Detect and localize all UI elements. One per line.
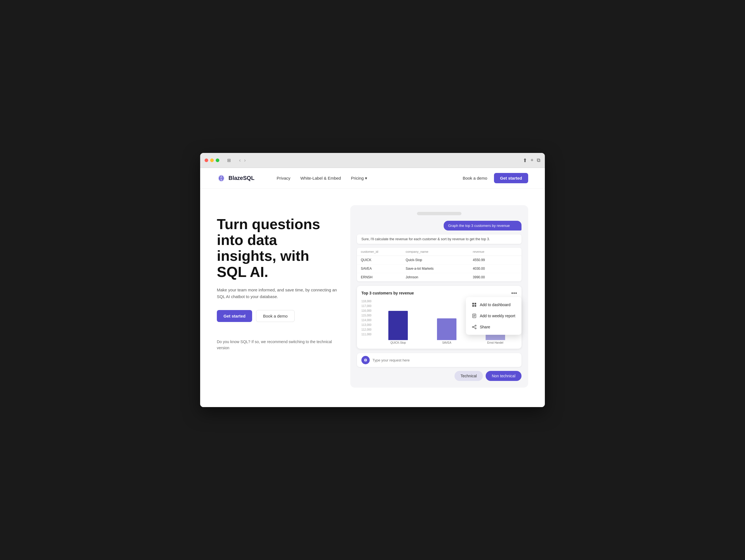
hero-sql-note: Do you know SQL? If so, we recommend swi…: [217, 339, 339, 351]
forward-button[interactable]: ›: [243, 157, 247, 164]
dropdown-item-share[interactable]: Share: [468, 321, 519, 333]
table-row: QUICK Quick-Stop 4550.99: [357, 256, 521, 265]
cell-company-3: Johnson: [406, 275, 473, 279]
cell-customer-id-1: QUICK: [361, 258, 406, 262]
page-content: BlazeSQL Privacy White-Label & Embed Pri…: [200, 168, 545, 407]
browser-controls: ⊞: [225, 157, 232, 163]
chat-message-ai: Sure, I'll calculate the revenue for eac…: [357, 235, 521, 244]
col-header-customer-id: customer_id: [361, 250, 406, 253]
logo-icon: [217, 174, 226, 183]
logo-text: BlazeSQL: [228, 175, 254, 181]
y-label-0: 118,000: [361, 300, 371, 303]
chat-container: Graph the top 3 customers by revenue Sur…: [350, 205, 528, 387]
book-demo-hero-button[interactable]: Book a demo: [256, 310, 294, 322]
nav-links: Privacy White-Label & Embed Pricing ▾: [277, 176, 367, 181]
svg-rect-1: [475, 303, 476, 305]
chat-header-bar: [417, 212, 461, 215]
svg-point-6: [472, 326, 474, 328]
chat-message-user: Graph the top 3 customers by revenue: [444, 221, 521, 230]
chart-bar-savea: [437, 318, 456, 340]
hero-title: Turn questions into data insights, with …: [217, 216, 339, 280]
dropdown-menu: Add to dashboard Add to weekly report: [466, 297, 521, 335]
report-icon: [472, 313, 477, 319]
cell-revenue-2: 4030.00: [473, 267, 518, 271]
browser-titlebar: ⊞ ‹ › ⬆ + ⧉: [200, 153, 545, 168]
cell-customer-id-2: SAVEA: [361, 267, 406, 271]
chat-logo-button[interactable]: [361, 356, 370, 364]
hero-subtitle: Make your team more informed, and save t…: [217, 287, 339, 300]
dropdown-item-dashboard[interactable]: Add to dashboard: [468, 299, 519, 310]
svg-rect-0: [472, 303, 474, 305]
y-label-7: 111,000: [361, 333, 371, 336]
table-row: ERNSH Johnson 3990.00: [357, 273, 521, 281]
mode-buttons: Technical Non technical: [357, 371, 521, 381]
chat-input[interactable]: [372, 358, 517, 362]
col-header-revenue: revenue: [473, 250, 518, 253]
nav-arrows: ‹ ›: [238, 157, 247, 164]
get-started-nav-button[interactable]: Get started: [494, 173, 528, 183]
dropdown-label-share: Share: [480, 325, 490, 329]
hero-buttons: Get started Book a demo: [217, 310, 339, 322]
chart-section: Top 3 customers by revenue ••• 118,000 1…: [357, 286, 521, 349]
traffic-light-yellow[interactable]: [210, 158, 214, 162]
nav-link-whitelabel[interactable]: White-Label & Embed: [300, 176, 341, 181]
chat-input-area: [357, 353, 521, 367]
nav-link-pricing[interactable]: Pricing ▾: [351, 176, 367, 181]
cell-revenue-3: 3990.00: [473, 275, 518, 279]
nav-ctas: Book a demo Get started: [462, 173, 528, 183]
cell-customer-id-3: ERNSH: [361, 275, 406, 279]
chart-bar-group-1: QUICK-Stop: [377, 311, 420, 344]
svg-point-5: [475, 325, 476, 326]
y-label-5: 113,000: [361, 323, 371, 326]
dashboard-icon: [472, 302, 477, 308]
share-icon: [472, 324, 477, 330]
back-button[interactable]: ‹: [238, 157, 242, 164]
chart-header: Top 3 customers by revenue •••: [361, 290, 517, 296]
new-tab-button[interactable]: +: [530, 157, 533, 163]
cell-revenue-1: 4550.99: [473, 258, 518, 262]
chart-bar-label-ernst: Ernst Handel: [487, 341, 504, 344]
dropdown-label-dashboard: Add to dashboard: [480, 303, 511, 307]
sidebar-toggle-button[interactable]: ⊞: [225, 157, 232, 163]
technical-mode-button[interactable]: Technical: [454, 371, 483, 381]
traffic-light-green[interactable]: [216, 158, 219, 162]
y-label-3: 115,000: [361, 314, 371, 317]
share-browser-button[interactable]: ⬆: [523, 157, 527, 163]
hero-right: Graph the top 3 customers by revenue Sur…: [350, 205, 528, 387]
navbar: BlazeSQL Privacy White-Label & Embed Pri…: [200, 168, 545, 189]
book-demo-nav-button[interactable]: Book a demo: [462, 176, 487, 181]
chart-y-labels: 118,000 117,000 116,000 115,000 114,000 …: [361, 300, 371, 336]
hero-section: Turn questions into data insights, with …: [200, 189, 545, 399]
svg-rect-3: [475, 305, 476, 307]
svg-rect-2: [472, 305, 474, 307]
nontechnical-mode-button[interactable]: Non technical: [486, 371, 521, 381]
y-label-1: 117,000: [361, 305, 371, 308]
col-header-company-name: company_name: [406, 250, 473, 253]
dropdown-item-report[interactable]: Add to weekly report: [468, 310, 519, 321]
browser-actions: ⬆ + ⧉: [523, 157, 541, 163]
y-label-4: 114,000: [361, 319, 371, 322]
logo[interactable]: BlazeSQL: [217, 174, 254, 183]
get-started-hero-button[interactable]: Get started: [217, 310, 252, 322]
y-label-2: 116,000: [361, 309, 371, 312]
chevron-down-icon: ▾: [365, 176, 367, 181]
cell-company-1: Quick-Stop: [406, 258, 473, 262]
chart-bar-group-2: SAVEA: [425, 318, 469, 344]
chart-menu-button[interactable]: •••: [511, 290, 517, 296]
chart-bar-label-savea: SAVEA: [442, 341, 451, 344]
cell-company-2: Save-a-lot Markets: [406, 267, 473, 271]
dropdown-label-report: Add to weekly report: [480, 314, 515, 318]
chat-table-header: customer_id company_name revenue: [357, 248, 521, 256]
svg-point-7: [475, 328, 476, 329]
chart-bar-label-quick: QUICK-Stop: [391, 341, 406, 344]
chart-bar-quick: [388, 311, 408, 340]
chat-table: customer_id company_name revenue QUICK Q…: [357, 248, 521, 281]
browser-window: ⊞ ‹ › ⬆ + ⧉ BlazeSQL: [200, 153, 545, 407]
tabs-button[interactable]: ⧉: [537, 157, 541, 163]
traffic-lights: [204, 158, 219, 162]
nav-link-privacy[interactable]: Privacy: [277, 176, 290, 181]
table-row: SAVEA Save-a-lot Markets 4030.00: [357, 265, 521, 273]
y-label-6: 112,000: [361, 328, 371, 331]
traffic-light-red[interactable]: [204, 158, 208, 162]
chart-title: Top 3 customers by revenue: [361, 291, 414, 295]
